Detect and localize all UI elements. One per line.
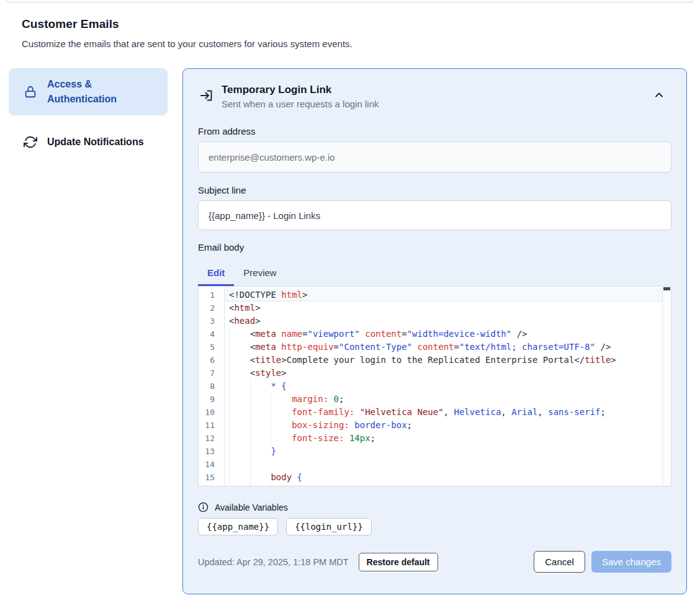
previous-card-bottom-edge (5, 0, 695, 2)
cancel-button[interactable]: Cancel (534, 551, 585, 573)
code-line[interactable]: background-color: #ffffff; (225, 484, 671, 486)
code-line[interactable]: margin: 0; (225, 393, 671, 406)
login-icon (199, 88, 214, 103)
line-number: 5 (199, 341, 224, 354)
updated-timestamp: Updated: Apr 29, 2025, 1:18 PM MDT (198, 557, 349, 567)
sidebar-item-access-authentication[interactable]: Access & Authentication (9, 68, 168, 115)
panel-subtitle: Sent when a user requests a login link (222, 99, 379, 109)
code-line[interactable]: box-sizing: border-box; (225, 419, 671, 432)
available-variables-row: Available Variables (198, 502, 671, 512)
code-line[interactable]: <meta http-equiv="Content-Type" content=… (225, 341, 671, 354)
code-text: <html> (229, 303, 261, 313)
chevron-up-icon (653, 89, 666, 101)
code-editor[interactable]: 12345678910111213141516 <!DOCTYPE html><… (198, 286, 671, 486)
panel-header-text: Temporary Login Link Sent when a user re… (222, 84, 379, 109)
code-text: } (229, 446, 276, 456)
line-number: 7 (199, 367, 224, 380)
sidebar: Access & AuthenticationUpdate Notificati… (9, 68, 168, 158)
line-number: 6 (199, 354, 224, 367)
code-text: font-family: "Helvetica Neue", Helvetica… (229, 407, 606, 417)
code-text: box-sizing: border-box; (229, 420, 412, 430)
code-text: margin: 0; (229, 394, 344, 404)
code-line[interactable]: <title>Complete your login to the Replic… (225, 354, 671, 367)
variable-chips: {{app_name}}{{login_url}} (198, 518, 671, 535)
code-line[interactable]: } (225, 445, 671, 458)
code-text: font-size: 14px; (229, 433, 375, 443)
page-header: Customer Emails Customize the emails tha… (22, 17, 352, 49)
line-number: 9 (199, 393, 224, 406)
editor-scrollbar[interactable] (662, 287, 671, 486)
panel-footer: Updated: Apr 29, 2025, 1:18 PM MDT Resto… (198, 551, 671, 573)
restore-default-button[interactable]: Restore default (359, 553, 438, 571)
code-line[interactable]: <html> (225, 302, 671, 315)
line-number: 13 (199, 445, 224, 458)
page-subtitle: Customize the emails that are sent to yo… (22, 38, 352, 49)
sidebar-item-update-notifications[interactable]: Update Notifications (9, 126, 168, 158)
collapse-section-button[interactable] (653, 89, 666, 102)
email-template-panel: Temporary Login Link Sent when a user re… (182, 68, 687, 594)
from-address-label: From address (198, 126, 671, 136)
line-number: 1 (199, 288, 224, 302)
line-number: 11 (199, 419, 224, 432)
line-number: 3 (199, 315, 224, 328)
code-text: <title>Complete your login to the Replic… (229, 355, 616, 365)
available-variables-label: Available Variables (215, 503, 288, 512)
code-text: <!DOCTYPE html> (229, 290, 307, 300)
line-number: 4 (199, 328, 224, 341)
variable-chip-login-url[interactable]: {{login_url}} (286, 518, 372, 535)
line-number: 2 (199, 302, 224, 315)
code-line[interactable]: <!DOCTYPE html> (225, 288, 671, 302)
panel-title: Temporary Login Link (222, 84, 379, 96)
email-body-label: Email body (198, 242, 671, 253)
tab-preview[interactable]: Preview (234, 261, 285, 286)
code-text: <head> (229, 316, 261, 326)
refresh-icon (24, 135, 37, 149)
editor-gutter: 12345678910111213141516 (199, 287, 225, 486)
code-text: <meta name="viewport" content="width=dev… (229, 329, 527, 339)
line-number: 12 (199, 432, 224, 445)
tab-edit[interactable]: Edit (198, 261, 234, 286)
code-text: * { (229, 381, 287, 391)
variable-chip-app-name[interactable]: {{app_name}} (198, 518, 278, 535)
line-number: 8 (199, 380, 224, 393)
code-text: background-color: #ffffff; (229, 485, 428, 486)
code-line[interactable] (225, 458, 671, 471)
editor-tabs: EditPreview (198, 261, 671, 286)
line-number: 10 (199, 406, 224, 419)
editor-scrollbar-thumb[interactable] (663, 287, 670, 290)
code-line[interactable]: font-family: "Helvetica Neue", Helvetica… (225, 406, 671, 419)
code-text: body { (229, 472, 302, 482)
code-line[interactable]: <style> (225, 367, 671, 380)
code-text: <meta http-equiv="Content-Type" content=… (229, 342, 611, 352)
line-number: 15 (199, 471, 224, 484)
code-line[interactable]: body { (225, 471, 671, 484)
code-line[interactable]: <head> (225, 315, 671, 328)
subject-line-label: Subject line (198, 185, 671, 195)
code-line[interactable]: * { (225, 380, 671, 393)
from-address-input (198, 141, 671, 172)
info-icon (198, 502, 209, 512)
code-text: <style> (229, 368, 287, 378)
code-line[interactable]: <meta name="viewport" content="width=dev… (225, 328, 671, 341)
save-changes-button[interactable]: Save changes (591, 551, 671, 573)
sidebar-item-label: Access & Authentication (47, 77, 146, 107)
line-number: 16 (199, 484, 224, 486)
lock-icon (24, 85, 37, 99)
sidebar-item-label: Update Notifications (47, 135, 144, 150)
code-line[interactable]: font-size: 14px; (225, 432, 671, 445)
page-title: Customer Emails (22, 17, 352, 31)
editor-code[interactable]: <!DOCTYPE html><html><head> <meta name="… (225, 287, 671, 486)
subject-line-input[interactable] (198, 200, 671, 230)
panel-header: Temporary Login Link Sent when a user re… (198, 84, 671, 109)
line-number: 14 (199, 458, 224, 471)
